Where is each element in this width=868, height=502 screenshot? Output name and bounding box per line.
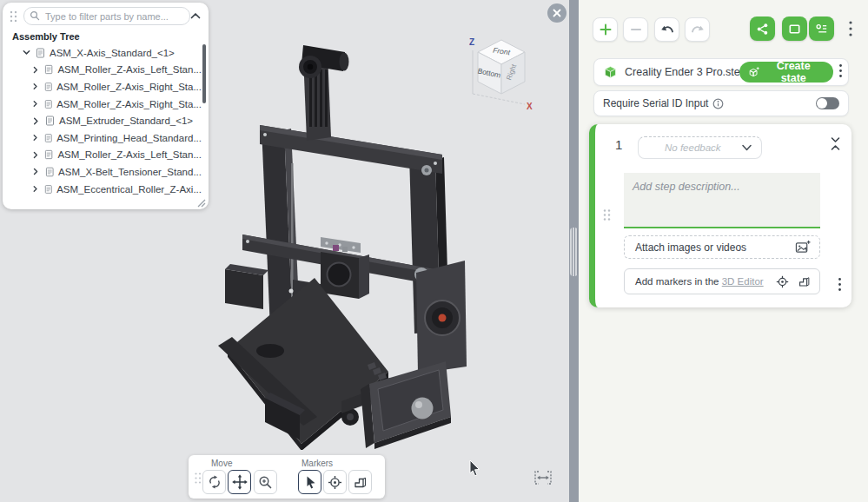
tree-item[interactable]: ASM_X-Belt_Tensioner_Stand... <box>3 163 202 181</box>
printer-lcd-knob <box>412 398 434 419</box>
file-options-button[interactable] <box>838 63 843 81</box>
authoring-panel: Creality Ender 3 Pro.step Create state R <box>579 0 868 502</box>
assembly-tree-title: Assembly Tree <box>12 31 80 42</box>
tree-item[interactable]: ASM_Eccentrical_Roller_Z-Axi... <box>3 181 202 198</box>
add-image-icon <box>794 240 812 254</box>
part-icon <box>45 116 55 126</box>
tree-item-label: ASM_Extruder_Standard_<1> <box>59 116 193 126</box>
cursor-icon <box>302 474 318 491</box>
3d-steps-marker-icon[interactable] <box>797 274 812 289</box>
step-drag-handle-icon[interactable] <box>602 208 612 221</box>
pan-tool-button[interactable] <box>228 470 251 494</box>
plus-icon <box>599 23 613 36</box>
printer-3d-model[interactable] <box>213 24 474 450</box>
3d-viewport[interactable]: Z Front Bottom Right X <box>0 0 569 502</box>
collapse-step-button[interactable] <box>830 136 841 154</box>
tree-item[interactable]: ASM_Printing_Head_Standard... <box>3 129 202 147</box>
chevron-down-icon <box>741 144 752 152</box>
chevron-right-icon[interactable] <box>31 82 40 91</box>
chevron-right-icon[interactable] <box>31 167 41 176</box>
redo-icon <box>690 23 706 36</box>
preview-button[interactable] <box>782 17 807 41</box>
feedback-dropdown[interactable]: No feedback <box>638 136 762 159</box>
app-root: Z Front Bottom Right X <box>0 0 868 502</box>
orbit-icon <box>206 473 223 491</box>
move-group-label: Move <box>211 459 232 468</box>
serial-id-label: Require Serial ID Input <box>603 97 708 109</box>
tree-item-label: ASM_Roller_Z-Axis_Left_Stan... <box>57 64 202 75</box>
tree-item[interactable]: ASM_Roller_Z-Axis_Right_Sta... <box>3 96 202 113</box>
divider-grip[interactable] <box>570 228 578 276</box>
close-viewport-button[interactable] <box>547 3 567 23</box>
tree-item[interactable]: ASM_X-Axis_Standard_<1> <box>3 44 202 62</box>
part-icon <box>44 133 53 143</box>
create-state-button[interactable]: Create state <box>739 62 833 83</box>
axis-z-label: Z <box>469 37 474 47</box>
target-marker-tool-button[interactable] <box>323 470 347 494</box>
part-icon <box>44 184 53 195</box>
serial-id-toggle[interactable] <box>816 97 839 109</box>
parts-filter-input[interactable] <box>23 7 190 25</box>
steps-marker-tool-button[interactable] <box>348 470 372 494</box>
step-description-input[interactable] <box>624 173 820 228</box>
view-cube[interactable]: Z Front Bottom Right X <box>459 31 542 111</box>
collapse-panel-button[interactable] <box>189 10 202 23</box>
kebab-icon <box>838 277 842 292</box>
assembly-tree: ASM_X-Axis_Standard_<1> ASM_Roller_Z-Axi… <box>3 44 202 197</box>
tree-item[interactable]: ASM_Roller_Z-Axis_Left_Stan... <box>3 147 202 164</box>
panel-resize-handle[interactable] <box>195 197 206 208</box>
mouse-cursor <box>468 459 481 478</box>
panel-divider[interactable] <box>569 0 579 502</box>
kebab-icon <box>838 63 843 78</box>
redo-button[interactable] <box>685 17 710 42</box>
more-options-button[interactable] <box>848 20 853 40</box>
zoom-in-icon <box>257 474 274 491</box>
fit-view-icon[interactable] <box>531 467 555 488</box>
step-options-button[interactable] <box>838 277 842 294</box>
chevron-right-icon[interactable] <box>31 184 40 194</box>
3d-editor-link[interactable]: 3D Editor <box>722 276 764 287</box>
screen-icon <box>787 22 802 36</box>
panel-scrollbar[interactable] <box>202 44 206 103</box>
share-button[interactable] <box>750 17 775 41</box>
assembly-tree-panel: Assembly Tree ASM_X-Axis_Standard_<1> AS… <box>3 3 209 209</box>
chevron-right-icon[interactable] <box>31 99 40 109</box>
part-icon <box>44 82 53 92</box>
remove-step-button[interactable] <box>623 17 648 42</box>
chevron-right-icon[interactable] <box>31 116 41 126</box>
attach-media-button[interactable]: Attach images or videos <box>624 235 820 259</box>
target-marker-icon[interactable] <box>775 274 790 289</box>
undo-button[interactable] <box>654 17 679 42</box>
step-card: 1 No feedback Attach images or videos <box>589 124 851 307</box>
add-markers-label: Add markers in the 3D Editor <box>635 276 768 287</box>
kebab-icon <box>848 20 853 37</box>
drag-handle-icon[interactable] <box>194 472 202 485</box>
step-number: 1 <box>615 137 622 152</box>
close-icon <box>553 9 561 17</box>
part-icon <box>44 149 53 160</box>
add-step-button[interactable] <box>593 17 618 42</box>
info-icon[interactable] <box>712 98 724 109</box>
tree-item[interactable]: ASM_Roller_Z-Axis_Right_Sta... <box>3 78 202 96</box>
orbit-tool-button[interactable] <box>202 470 226 494</box>
file-name: Creality Ender 3 Pro.step <box>625 66 739 78</box>
zoom-tool-button[interactable] <box>254 470 277 494</box>
select-marker-tool-button[interactable] <box>298 470 321 494</box>
toggle-knob <box>817 98 827 109</box>
attach-media-label: Attach images or videos <box>635 241 794 254</box>
drag-handle-icon[interactable] <box>9 10 18 23</box>
chevron-right-icon[interactable] <box>31 150 40 160</box>
tree-item[interactable]: ASM_Roller_Z-Axis_Left_Stan... <box>3 62 202 79</box>
checklist-button[interactable] <box>809 17 834 41</box>
chevron-right-icon[interactable] <box>31 65 40 75</box>
chevron-down-icon[interactable] <box>22 48 31 57</box>
checklist-icon <box>814 22 829 36</box>
printer-x-motor <box>225 269 263 309</box>
tree-item-label: ASM_Printing_Head_Standard... <box>56 133 202 143</box>
pan-icon <box>231 473 248 491</box>
tree-item-label: ASM_Roller_Z-Axis_Right_Sta... <box>56 99 202 109</box>
part-icon <box>44 99 53 109</box>
viewport-toolbar: Move Markers <box>189 455 385 499</box>
chevron-right-icon[interactable] <box>31 133 40 142</box>
tree-item[interactable]: ASM_Extruder_Standard_<1> <box>3 112 202 129</box>
